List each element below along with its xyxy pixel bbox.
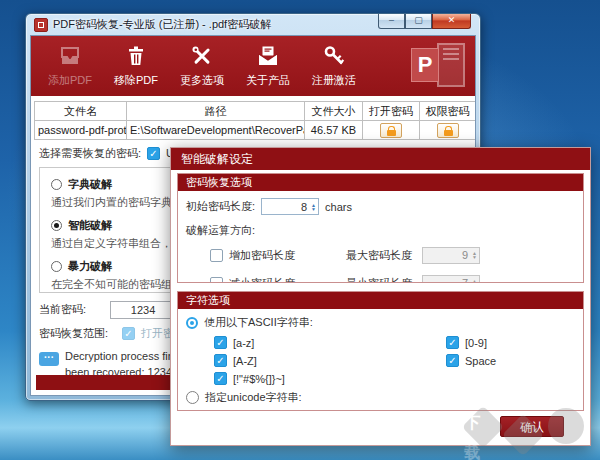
spinner-arrows-icon[interactable]: ▲▼ (471, 279, 479, 283)
min-length-label: 最小密码长度 (346, 276, 412, 284)
key-icon (321, 44, 347, 70)
smart-radio[interactable] (51, 220, 62, 231)
titlebar[interactable]: PDF密码恢复-专业版 (已注册) - .pdf密码破解 – ▢ ✕ (26, 14, 480, 35)
dictionary-radio[interactable] (51, 179, 62, 190)
current-password-label: 当前密码: (39, 302, 86, 317)
charset-upper-option[interactable]: ✓[A-Z] (214, 354, 446, 367)
open-password-checkbox[interactable]: ✓ (122, 327, 135, 340)
app-icon (34, 18, 48, 32)
col-file-size: 文件大小 (305, 102, 363, 121)
charset-space-option[interactable]: ✓Space (446, 354, 575, 367)
initial-length-value: 8 (262, 201, 310, 213)
decrease-length-row: ✓ 减小密码长度 最小密码长度 7 ▲▼ (210, 272, 575, 283)
decrease-length-label: 减小密码长度 (229, 276, 295, 284)
unicode-radio-label: 指定unicode字符串: (205, 390, 302, 405)
initial-length-label: 初始密码长度: (186, 199, 255, 214)
toolbar: 添加PDF 移除PDF 更多选项 关于产品 注册激活 (31, 36, 475, 96)
max-length-spinner[interactable]: 9 ▲▼ (422, 247, 480, 264)
add-pdf-label: 添加PDF (48, 73, 92, 88)
dialog-title[interactable]: 智能破解设定 (171, 148, 590, 170)
charset-digits-label: [0-9] (465, 337, 487, 349)
charset-lower-option[interactable]: ✓[a-z] (214, 336, 446, 349)
charset-space-checkbox[interactable]: ✓ (446, 354, 459, 367)
window-title: PDF密码恢复-专业版 (已注册) - .pdf密码破解 (53, 17, 271, 32)
increase-length-checkbox[interactable]: ✓ (210, 249, 223, 262)
charset-symbols-checkbox[interactable]: ✓ (214, 372, 227, 385)
register-label: 注册激活 (312, 73, 356, 88)
ascii-option-row[interactable]: 使用以下ASCII字符串: (186, 315, 575, 330)
increase-length-row: ✓ 增加密码长度 最大密码长度 9 ▲▼ (210, 244, 575, 266)
charset-space-label: Space (465, 355, 496, 367)
remove-pdf-label: 移除PDF (114, 73, 158, 88)
initial-length-row: 初始密码长度: 8 ▲▼ chars (186, 198, 575, 215)
charset-lower-checkbox[interactable]: ✓ (214, 336, 227, 349)
col-file-name: 文件名 (35, 102, 127, 121)
charset-upper-label: [A-Z] (233, 355, 257, 367)
caption-buttons: – ▢ ✕ (378, 14, 471, 29)
cell-file-size: 46.57 KB (305, 121, 363, 140)
initial-length-spinner[interactable]: 8 ▲▼ (261, 198, 319, 215)
brute-label: 暴力破解 (68, 259, 112, 274)
inbox-icon (57, 44, 83, 70)
cell-open-password (363, 121, 420, 140)
open-password-lock-icon[interactable] (380, 123, 402, 138)
max-length-label: 最大密码长度 (346, 248, 412, 263)
max-length-value: 9 (423, 249, 471, 261)
current-password-field[interactable]: 1234 (110, 301, 176, 319)
charset-digits-option[interactable]: ✓[0-9] (446, 336, 575, 349)
permission-password-lock-icon[interactable] (437, 123, 459, 138)
pdf-app-logo: P (409, 40, 467, 92)
recovery-range-label: 密码恢复范围: (39, 326, 108, 341)
decrease-length-checkbox[interactable]: ✓ (210, 277, 223, 284)
about-product-label: 关于产品 (246, 73, 290, 88)
charset-symbols-option[interactable]: ✓[!"#$%{]}~] (214, 372, 446, 385)
charset-lower-label: [a-z] (233, 337, 254, 349)
pdf-document-icon (437, 43, 465, 87)
recover-scope-label: 选择需要恢复的密码: (39, 146, 141, 161)
recovery-options-group: 密码恢复选项 初始密码长度: 8 ▲▼ chars 破解运算方向: ✓ 增加密码… (177, 173, 584, 283)
cell-file-name: password-pdf-protected.pd (35, 121, 127, 140)
more-options-button[interactable]: 更多选项 (169, 39, 235, 93)
smart-crack-settings-dialog: 智能破解设定 密码恢复选项 初始密码长度: 8 ▲▼ chars 破解运算方向:… (170, 147, 591, 446)
charset-upper-checkbox[interactable]: ✓ (214, 354, 227, 367)
dictionary-label: 字典破解 (68, 177, 112, 192)
spinner-arrows-icon[interactable]: ▲▼ (471, 251, 479, 259)
smart-label: 智能破解 (68, 218, 112, 233)
trash-icon (123, 44, 149, 70)
ascii-radio[interactable] (186, 317, 198, 329)
user-checkbox[interactable]: ✓ (147, 147, 160, 160)
add-pdf-button[interactable]: 添加PDF (37, 39, 103, 93)
file-table: 文件名 路径 文件大小 打开密码 权限密码 password-pdf-prote… (34, 101, 476, 140)
mail-icon (255, 44, 281, 70)
cell-permission-password (420, 121, 476, 140)
col-permission-password: 权限密码 (420, 102, 476, 121)
maximize-button[interactable]: ▢ (405, 14, 432, 29)
brute-radio[interactable] (51, 261, 62, 272)
charset-digits-checkbox[interactable]: ✓ (446, 336, 459, 349)
register-button[interactable]: 注册激活 (301, 39, 367, 93)
col-open-password: 打开密码 (363, 102, 420, 121)
close-button[interactable]: ✕ (432, 14, 471, 29)
char-options-group: 字符选项 使用以下ASCII字符串: ✓[a-z] ✓[0-9] ✓[A-Z] … (177, 291, 584, 411)
min-length-spinner[interactable]: 7 ▲▼ (422, 275, 480, 284)
char-options-header: 字符选项 (178, 292, 583, 309)
recovery-options-header: 密码恢复选项 (178, 174, 583, 191)
pdf-p-icon: P (411, 48, 439, 82)
unicode-option-row[interactable]: 指定unicode字符串: (186, 390, 575, 405)
charset-grid: ✓[a-z] ✓[0-9] ✓[A-Z] ✓Space ✓[!"#$%{]}~] (214, 336, 575, 385)
min-length-value: 7 (423, 277, 471, 283)
confirm-button[interactable]: 确认 (500, 416, 564, 437)
speech-bubble-icon: ··· (39, 352, 59, 366)
more-options-label: 更多选项 (180, 73, 224, 88)
charset-symbols-label: [!"#$%{]}~] (233, 373, 285, 385)
unicode-radio[interactable] (186, 391, 199, 404)
increase-length-label: 增加密码长度 (229, 248, 295, 263)
table-row[interactable]: password-pdf-protected.pd E:\SoftwareDev… (35, 121, 476, 140)
spinner-arrows-icon[interactable]: ▲▼ (310, 203, 318, 211)
col-path: 路径 (127, 102, 305, 121)
cell-path: E:\SoftwareDevelopment\RecoverPassword\P… (127, 121, 305, 140)
remove-pdf-button[interactable]: 移除PDF (103, 39, 169, 93)
minimize-button[interactable]: – (378, 14, 405, 29)
about-product-button[interactable]: 关于产品 (235, 39, 301, 93)
ascii-radio-label: 使用以下ASCII字符串: (204, 315, 313, 330)
